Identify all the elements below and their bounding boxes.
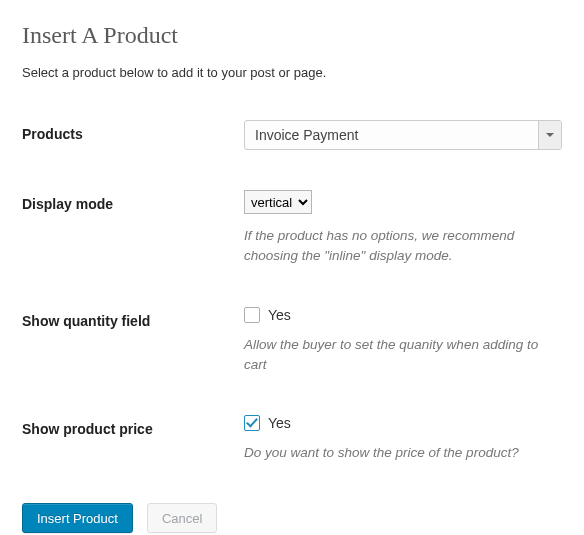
insert-product-button[interactable]: Insert Product — [22, 503, 133, 533]
display-mode-hint: If the product has no options, we recomm… — [244, 226, 544, 267]
show-price-checkbox-label: Yes — [268, 415, 291, 431]
cancel-button[interactable]: Cancel — [147, 503, 217, 533]
show-price-checkbox[interactable] — [244, 415, 260, 431]
page-title: Insert A Product — [22, 22, 562, 49]
chevron-down-icon — [538, 121, 561, 149]
display-mode-select[interactable]: vertical — [244, 190, 312, 214]
button-row: Insert Product Cancel — [22, 503, 562, 533]
show-quantity-checkbox[interactable] — [244, 307, 260, 323]
show-quantity-hint: Allow the buyer to set the quanity when … — [244, 335, 544, 376]
products-selected-value: Invoice Payment — [255, 127, 359, 143]
show-quantity-label: Show quantity field — [22, 307, 244, 329]
show-quantity-checkbox-label: Yes — [268, 307, 291, 323]
show-price-label: Show product price — [22, 415, 244, 437]
products-select[interactable]: Invoice Payment — [244, 120, 562, 150]
products-label: Products — [22, 120, 244, 142]
page-subtitle: Select a product below to add it to your… — [22, 65, 562, 80]
show-price-hint: Do you want to show the price of the pro… — [244, 443, 544, 463]
display-mode-label: Display mode — [22, 190, 244, 212]
